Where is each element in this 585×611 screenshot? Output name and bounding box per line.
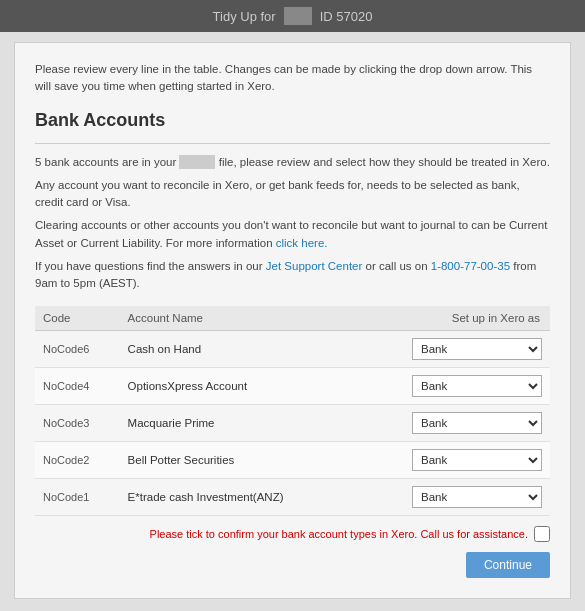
info-line-1: 5 bank accounts are in your file, please… [35,154,550,171]
row-code: NoCode6 [35,331,120,368]
row-setup-cell: BankCredit CardVisaCurrent AssetCurrent … [352,479,550,516]
col-setup: Set up in Xero as [352,306,550,331]
row-setup-dropdown[interactable]: BankCredit CardVisaCurrent AssetCurrent … [412,449,542,471]
row-code: NoCode2 [35,442,120,479]
row-setup-cell: BankCredit CardVisaCurrent AssetCurrent … [352,331,550,368]
table-row: NoCode3Macquarie PrimeBankCredit CardVis… [35,405,550,442]
confirm-row: Please tick to confirm your bank account… [35,526,550,542]
table-row: NoCode2Bell Potter SecuritiesBankCredit … [35,442,550,479]
click-here-link[interactable]: click here. [276,237,328,249]
row-setup-dropdown[interactable]: BankCredit CardVisaCurrent AssetCurrent … [412,375,542,397]
main-container: Please review every line in the table. C… [14,42,571,599]
row-code: NoCode4 [35,368,120,405]
row-account-name: OptionsXpress Account [120,368,353,405]
row-account-name: E*trade cash Investment(ANZ) [120,479,353,516]
row-account-name: Cash on Hand [120,331,353,368]
info-line-4: If you have questions find the answers i… [35,258,550,293]
confirm-checkbox[interactable] [534,526,550,542]
row-setup-cell: BankCredit CardVisaCurrent AssetCurrent … [352,442,550,479]
row-setup-dropdown[interactable]: BankCredit CardVisaCurrent AssetCurrent … [412,486,542,508]
header-prefix: Tidy Up for [213,9,276,24]
continue-button[interactable]: Continue [466,552,550,578]
info-line-3: Clearing accounts or other accounts you … [35,217,550,252]
bank-accounts-table-section: Code Account Name Set up in Xero as NoCo… [35,306,550,516]
divider [35,143,550,144]
phone-link[interactable]: 1-800-77-00-35 [431,260,510,272]
info-line-2: Any account you want to reconcile in Xer… [35,177,550,212]
row-setup-dropdown[interactable]: BankCredit CardVisaCurrent AssetCurrent … [412,412,542,434]
continue-row: Continue [35,552,550,578]
table-row: NoCode1E*trade cash Investment(ANZ)BankC… [35,479,550,516]
row-account-name: Macquarie Prime [120,405,353,442]
jet-support-link[interactable]: Jet Support Center [266,260,363,272]
section-title: Bank Accounts [35,110,550,131]
header-id: ID 57020 [320,9,373,24]
header-gray-box [284,7,312,25]
row-setup-cell: BankCredit CardVisaCurrent AssetCurrent … [352,405,550,442]
row-code: NoCode1 [35,479,120,516]
table-row: NoCode4OptionsXpress AccountBankCredit C… [35,368,550,405]
confirm-text: Please tick to confirm your bank account… [35,528,528,540]
row-setup-dropdown[interactable]: BankCredit CardVisaCurrent AssetCurrent … [412,338,542,360]
header-bar: Tidy Up for ID 57020 [0,0,585,32]
col-code: Code [35,306,120,331]
row-code: NoCode3 [35,405,120,442]
row-setup-cell: BankCredit CardVisaCurrent AssetCurrent … [352,368,550,405]
table-row: NoCode6Cash on HandBankCredit CardVisaCu… [35,331,550,368]
file-icon-box [179,155,215,169]
intro-text: Please review every line in the table. C… [35,61,550,96]
row-account-name: Bell Potter Securities [120,442,353,479]
bank-accounts-table: Code Account Name Set up in Xero as NoCo… [35,306,550,516]
col-account-name: Account Name [120,306,353,331]
